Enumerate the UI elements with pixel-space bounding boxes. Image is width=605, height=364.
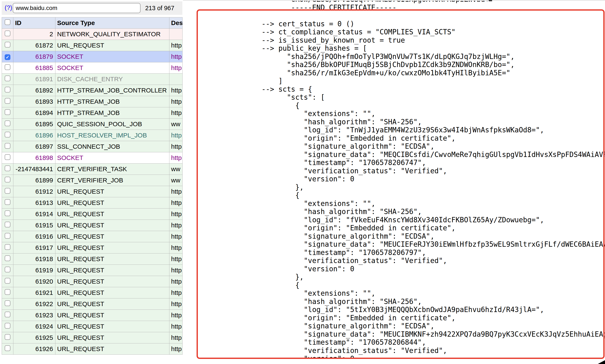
row-checkbox[interactable] [5,87,10,92]
row-checkbox[interactable] [5,244,10,250]
row-checkbox[interactable] [5,278,10,284]
table-row[interactable]: 61926URL_REQUESThttp [2,343,183,355]
select-all-checkbox[interactable] [5,19,10,25]
row-checkbox[interactable] [5,64,10,70]
row-checkbox[interactable]: ✓ [5,54,10,60]
row-checkbox[interactable] [5,210,10,216]
cell-source-type: URL_REQUEST [55,242,169,253]
row-checkbox[interactable] [5,42,10,48]
cell-id: 61895 [13,118,55,130]
table-row[interactable]: 61912URL_REQUESThttp [2,186,183,197]
cell-checkbox [2,175,13,186]
cell-id: 61898 [13,152,55,164]
table-row[interactable]: 61923URL_REQUESThttp [2,310,183,321]
table-row[interactable]: 61919URL_REQUESThttp [2,265,183,276]
column-header-description[interactable]: Description [169,17,183,29]
table-row[interactable]: 61872URL_REQUESThttp [2,40,183,51]
cell-source-type: URL_REQUEST [55,208,169,220]
row-checkbox[interactable] [5,143,10,149]
row-checkbox[interactable] [5,323,10,329]
cell-id: 61894 [13,107,55,118]
row-checkbox[interactable] [5,76,10,81]
row-checkbox[interactable] [5,334,10,340]
row-checkbox[interactable] [5,300,10,306]
cell-description: http [169,130,183,141]
column-header-source-type[interactable]: Source Type [55,17,169,29]
cell-source-type: URL_REQUEST [55,231,169,242]
cell-description: http [169,253,183,265]
row-checkbox[interactable] [5,132,10,137]
cell-id: 61885 [13,62,55,74]
row-checkbox[interactable] [5,267,10,272]
row-checkbox[interactable] [5,199,10,205]
cell-id: 2 [13,29,55,40]
table-row[interactable]: 61925URL_REQUESThttp [2,332,183,343]
cell-checkbox [2,107,13,118]
top-edge-strip [183,0,605,1]
search-input[interactable] [13,3,141,13]
cell-id: 61892 [13,85,55,96]
cell-source-type: URL_REQUEST [55,253,169,265]
table-row[interactable]: 61914URL_REQUESThttp [2,208,183,220]
cell-checkbox [2,141,13,152]
cell-source-type: URL_REQUEST [55,40,169,51]
row-checkbox[interactable] [5,98,10,104]
table-row[interactable]: 61895QUIC_SESSION_POOL_JOBww [2,118,183,130]
table-row[interactable]: 61894HTTP_STREAM_JOBhttp [2,107,183,118]
row-checkbox[interactable] [5,233,10,239]
row-checkbox[interactable] [5,289,10,295]
cell-id: 61897 [13,141,55,152]
help-link[interactable]: (?) [5,4,12,11]
table-row[interactable]: 61885SOCKEThttp [2,62,183,74]
table-row[interactable]: 61896HOST_RESOLVER_IMPL_JOBhttp [2,130,183,141]
cell-source-type: HTTP_STREAM_JOB [55,96,169,107]
cell-checkbox [2,343,13,355]
table-row[interactable]: 61920URL_REQUESThttp [2,276,183,287]
row-checkbox[interactable] [5,345,10,351]
table-row[interactable]: 61918URL_REQUESThttp [2,253,183,265]
table-row[interactable]: 2NETWORK_QUALITY_ESTIMATOR [2,29,183,40]
table-row[interactable]: 61893HTTP_STREAM_JOBhttp [2,96,183,107]
table-row[interactable]: ✓61879SOCKEThttp [2,51,183,62]
row-checkbox[interactable] [5,255,10,261]
row-checkbox[interactable] [5,120,10,126]
cell-id: 61896 [13,130,55,141]
table-row[interactable]: 61922URL_REQUESThttp [2,299,183,310]
cell-description: http [169,62,183,74]
table-row[interactable]: -2147483441CERT_VERIFIER_TASKww [2,164,183,175]
row-checkbox[interactable] [5,222,10,227]
cell-description: http [169,276,183,287]
row-checkbox[interactable] [5,154,10,160]
row-checkbox[interactable] [5,31,10,36]
table-row[interactable]: 61917URL_REQUESThttp [2,242,183,253]
cell-source-type: URL_REQUEST [55,220,169,231]
cell-description: http [169,299,183,310]
row-checkbox[interactable] [5,166,10,171]
row-checkbox[interactable] [5,312,10,317]
cell-checkbox: ✓ [2,51,13,62]
table-row[interactable]: 61892HTTP_STREAM_JOB_CONTROLLERhttp [2,85,183,96]
table-row[interactable]: 61897SSL_CONNECT_JOBhttp [2,141,183,152]
table-row[interactable]: 61898SOCKEThttp [2,152,183,164]
table-row[interactable]: 61915URL_REQUESThttp [2,220,183,231]
row-checkbox[interactable] [5,188,10,194]
events-table: ID Source Type Description 2NETWORK_QUAL… [2,17,183,355]
table-row[interactable]: 61913URL_REQUESThttp [2,197,183,208]
cell-checkbox [2,220,13,231]
table-row[interactable]: 61916URL_REQUESThttp [2,231,183,242]
cell-checkbox [2,332,13,343]
filter-bar: (?) 213 of 967 [2,1,182,15]
cell-description: http [169,332,183,343]
table-row[interactable]: 61891DISK_CACHE_ENTRY [2,74,183,85]
table-row[interactable]: 61899CERT_VERIFIER_JOBww [2,175,183,186]
column-header-id[interactable]: ID [13,17,55,29]
row-checkbox[interactable] [5,177,10,182]
cell-checkbox [2,197,13,208]
cell-id: 61925 [13,332,55,343]
table-row[interactable]: 61921URL_REQUESThttp [2,287,183,299]
cell-id: 61913 [13,197,55,208]
table-row[interactable]: 61924URL_REQUESThttp [2,321,183,332]
cell-id: 61920 [13,276,55,287]
row-checkbox[interactable] [5,109,10,115]
cell-checkbox [2,265,13,276]
